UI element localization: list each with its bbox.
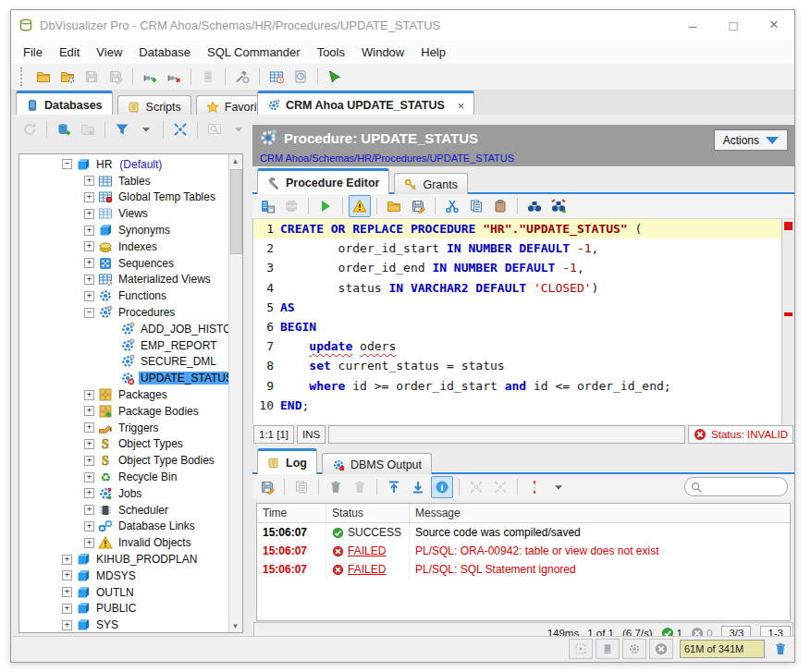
tree-item-materialized-views[interactable]: +Materialized Views xyxy=(19,272,229,288)
tree-item-triggers[interactable]: +Triggers xyxy=(19,420,229,436)
log-column-message[interactable]: Message xyxy=(410,504,790,522)
tree-item-hr[interactable]: −HR(Default) xyxy=(19,156,229,173)
expand-expander-icon[interactable]: + xyxy=(84,209,94,219)
expand-expander-icon[interactable]: + xyxy=(84,456,94,466)
actions-button[interactable]: Actions xyxy=(714,129,788,151)
collapse-expander-icon[interactable]: − xyxy=(84,308,94,318)
expand-expander-icon[interactable]: + xyxy=(84,226,94,236)
save-as-button[interactable] xyxy=(104,66,127,88)
expand-expander-icon[interactable]: + xyxy=(84,422,94,433)
row-height-menu-button[interactable] xyxy=(547,476,570,498)
save-to-file-button[interactable] xyxy=(407,195,429,217)
menu-edit[interactable]: Edit xyxy=(51,42,88,63)
expand-expander-icon[interactable]: + xyxy=(62,604,72,614)
expand-expander-icon[interactable]: + xyxy=(84,241,94,251)
tree-item-sequences[interactable]: +Sequences xyxy=(19,255,229,272)
code-line-8[interactable]: 8 set current_status = status xyxy=(253,356,794,375)
tree-item-procedures[interactable]: −Procedures xyxy=(19,304,229,321)
menu-view[interactable]: View xyxy=(88,42,130,63)
tree-item-packages[interactable]: +Packages xyxy=(19,386,229,403)
expand-expander-icon[interactable]: + xyxy=(84,439,94,449)
expand-expander-icon[interactable]: + xyxy=(84,275,94,285)
code-line-9[interactable]: 9 where id >= order_id_start and id <= o… xyxy=(253,376,794,396)
menu-file[interactable]: File xyxy=(15,42,51,63)
garbage-collect-button[interactable] xyxy=(771,640,790,658)
show-details-button[interactable]: i xyxy=(431,476,453,498)
log-search-box[interactable] xyxy=(684,477,788,496)
tab-log[interactable]: Log xyxy=(257,448,317,475)
tab-grants[interactable]: Grants xyxy=(394,173,468,195)
task-monitor-button[interactable] xyxy=(289,66,312,88)
execute-pointer-button[interactable] xyxy=(324,66,346,88)
expand-expander-icon[interactable]: + xyxy=(84,192,94,202)
sql-commander-button[interactable] xyxy=(265,66,288,88)
expand-expander-icon[interactable]: + xyxy=(84,472,94,483)
copy-button[interactable] xyxy=(465,195,487,217)
tree-item-public[interactable]: +PUBLIC xyxy=(19,601,229,617)
connect-button[interactable] xyxy=(139,66,161,88)
menu-window[interactable]: Window xyxy=(353,42,412,63)
database-info-button[interactable] xyxy=(197,66,219,88)
tree-item-update-status[interactable]: UPDATE_STATUS xyxy=(19,370,229,386)
tree-item-add-job-history[interactable]: ADD_JOB_HISTORY xyxy=(19,321,229,337)
create-folder-button[interactable] xyxy=(77,118,99,141)
tree-item-secure-dml[interactable]: SECURE_DML xyxy=(19,354,229,371)
code-line-10[interactable]: 10END; xyxy=(253,396,794,415)
save-button[interactable] xyxy=(80,66,103,88)
expand-expander-icon[interactable]: + xyxy=(84,521,94,531)
error-mark-icon[interactable] xyxy=(784,222,793,230)
expand-expander-icon[interactable]: + xyxy=(84,505,94,515)
tree-item-object-types[interactable]: +SObject Types xyxy=(19,436,229,453)
tab-procedure-editor[interactable]: Procedure Editor xyxy=(257,168,389,195)
scroll-to-top-button[interactable] xyxy=(383,476,405,498)
disconnect-button[interactable] xyxy=(163,66,185,88)
code-line-7[interactable]: 7 update oders xyxy=(253,336,794,356)
scroll-thumb[interactable] xyxy=(230,169,242,254)
insert-mode[interactable]: INS xyxy=(297,425,326,444)
filter-menu-button[interactable] xyxy=(135,118,157,141)
scroll-up-icon[interactable]: ▲ xyxy=(229,154,241,167)
filter-connections-button[interactable] xyxy=(111,118,133,141)
expand-expander-icon[interactable]: + xyxy=(84,258,94,268)
code-line-2[interactable]: 2 order_id_start IN NUMBER DEFAULT -1, xyxy=(253,238,794,258)
expand-expander-icon[interactable]: + xyxy=(84,488,94,498)
menu-help[interactable]: Help xyxy=(412,42,454,63)
maximize-button[interactable]: □ xyxy=(713,10,754,40)
sql-editor[interactable]: 1CREATE OR REPLACE PROCEDURE "HR"."UPDAT… xyxy=(252,219,794,424)
code-line-1[interactable]: 1CREATE OR REPLACE PROCEDURE "HR"."UPDAT… xyxy=(253,219,794,238)
minimize-button[interactable]: – xyxy=(672,10,713,40)
log-row[interactable]: 15:06:07FAILEDPL/SQL: ORA-00942: table o… xyxy=(257,542,790,560)
copy-log-button[interactable] xyxy=(290,476,313,498)
tree-item-object-type-bodies[interactable]: +SObject Type Bodies xyxy=(19,452,229,469)
tree-item-mdsys[interactable]: +MDSYS xyxy=(19,568,229,584)
tree-item-recycle-bin[interactable]: +♻Recycle Bin xyxy=(19,469,229,485)
collapse-rows-button[interactable] xyxy=(489,476,511,498)
locate-menu-button[interactable] xyxy=(227,118,250,141)
paste-button[interactable] xyxy=(489,195,511,217)
collapse-expander-icon[interactable]: − xyxy=(62,159,72,169)
expand-expander-icon[interactable]: + xyxy=(62,620,72,630)
code-line-5[interactable]: 5AS xyxy=(253,298,794,317)
code-line-3[interactable]: 3 order_id_end IN NUMBER DEFAULT -1, xyxy=(253,258,794,277)
tab-close-icon[interactable]: × xyxy=(458,99,465,113)
tasks-button[interactable] xyxy=(622,639,646,659)
menu-database[interactable]: Database xyxy=(130,42,199,63)
log-column-status[interactable]: Status xyxy=(326,504,410,522)
tree-item-kihub-prodplan[interactable]: +KIHUB_PRODPLAN xyxy=(19,551,229,568)
tree-item-indexes[interactable]: +Indexes xyxy=(19,238,229,255)
expand-expander-icon[interactable]: + xyxy=(84,176,94,186)
code-line-4[interactable]: 4 status IN VARCHAR2 DEFAULT 'CLOSED') xyxy=(253,278,794,298)
expand-rows-button[interactable] xyxy=(465,476,487,498)
open-file-button[interactable] xyxy=(32,66,55,88)
tool-properties-button[interactable] xyxy=(231,66,253,88)
tree-item-database-links[interactable]: +Database Links xyxy=(19,519,229,535)
find-replace-button[interactable] xyxy=(547,195,570,217)
scroll-down-icon[interactable]: ▼ xyxy=(229,619,241,632)
cut-button[interactable] xyxy=(441,195,463,217)
tree-item-scheduler[interactable]: +Scheduler xyxy=(19,502,229,519)
create-connection-button[interactable] xyxy=(53,118,75,141)
expand-expander-icon[interactable]: + xyxy=(62,587,72,597)
error-stripe[interactable] xyxy=(781,219,794,424)
collapse-all-button[interactable] xyxy=(169,118,191,141)
tree-item-sys[interactable]: +SYS xyxy=(19,617,229,633)
